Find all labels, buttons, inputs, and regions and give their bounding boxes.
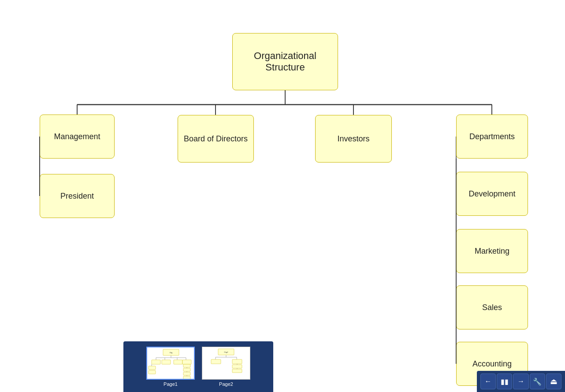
svg-rect-41 (149, 366, 156, 370)
page2-thumbnail[interactable]: Org2 (202, 347, 250, 380)
node-board[interactable]: Board of Directors (178, 115, 254, 163)
svg-rect-58 (232, 369, 242, 373)
settings-button[interactable]: 🔧 (530, 374, 545, 389)
page2-thumb[interactable]: Org2 Page2 (202, 347, 250, 387)
page1-thumbnail[interactable]: Org (146, 347, 195, 380)
page-thumbnails-panel: Org (123, 341, 273, 392)
svg-rect-36 (152, 360, 160, 364)
node-marketing[interactable]: Marketing (456, 229, 528, 273)
svg-text:Org2: Org2 (224, 351, 229, 353)
svg-rect-42 (149, 370, 156, 374)
exit-button[interactable]: ⏏ (546, 374, 561, 389)
svg-rect-57 (232, 365, 242, 368)
svg-rect-55 (232, 359, 242, 364)
node-president[interactable]: President (40, 174, 115, 218)
page1-label: Page1 (164, 381, 178, 387)
node-investors[interactable]: Investors (315, 115, 392, 163)
svg-rect-39 (182, 360, 191, 364)
page1-thumb[interactable]: Org (146, 347, 195, 387)
node-development[interactable]: Development (456, 172, 528, 216)
svg-rect-44 (183, 364, 190, 367)
diagram-area: Organizational Structure Management Pres… (0, 0, 565, 392)
forward-button[interactable]: → (513, 374, 528, 389)
node-sales[interactable]: Sales (456, 285, 528, 329)
svg-rect-37 (162, 360, 171, 364)
node-management[interactable]: Management (40, 115, 115, 159)
svg-rect-46 (183, 372, 190, 375)
page2-label: Page2 (219, 381, 233, 387)
svg-rect-54 (211, 359, 221, 364)
svg-text:Org: Org (170, 351, 173, 354)
pause-button[interactable]: ▮▮ (497, 374, 512, 389)
svg-rect-38 (174, 360, 182, 364)
svg-rect-47 (183, 376, 190, 379)
svg-rect-45 (183, 368, 190, 371)
toolbar: ← ▮▮ → 🔧 ⏏ (477, 371, 565, 392)
node-root[interactable]: Organizational Structure (232, 33, 338, 90)
back-button[interactable]: ← (480, 374, 496, 389)
node-departments[interactable]: Departments (456, 115, 528, 159)
